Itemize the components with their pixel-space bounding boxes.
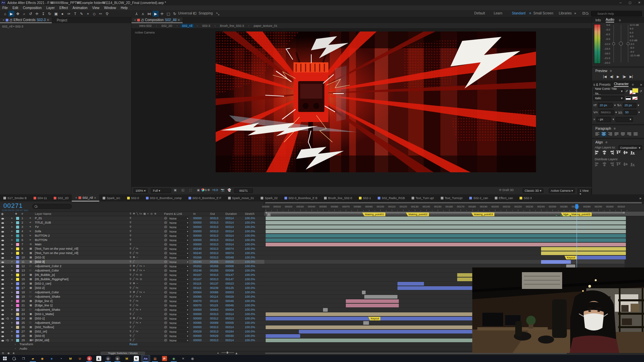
layer-color-chip[interactable] xyxy=(16,243,19,246)
tab-effects-presets[interactable]: s & Presets xyxy=(593,83,610,86)
zoom-out-mountain-icon[interactable]: ▴ xyxy=(217,351,219,354)
tab-audio[interactable]: Audio xyxy=(606,18,614,22)
timeline-tab-spark-02[interactable]: Spark_02 xyxy=(257,194,281,201)
frame-blend-icon[interactable]: ⧉ xyxy=(2,352,4,355)
twirl-icon[interactable]: ▸ xyxy=(11,304,13,307)
layer-name[interactable]: Adjustment_Distort xyxy=(35,321,60,324)
swap-fill-stroke-icon[interactable]: ↺ xyxy=(640,89,642,93)
layer-color-chip[interactable] xyxy=(16,269,19,272)
layer-bar-3[interactable] xyxy=(266,225,626,229)
layer-switches[interactable]: ⚲ ✻ ╱ fx xyxy=(129,317,142,320)
layer-bar-8[interactable] xyxy=(541,247,626,251)
magnification-select[interactable]: 100% ▾ xyxy=(133,188,148,193)
menu-layer[interactable]: Layer xyxy=(44,6,57,10)
out-value[interactable]: 00313 xyxy=(210,339,223,342)
timeline-tab-s02-1[interactable]: S02-1 xyxy=(356,194,374,201)
layer-color-chip[interactable] xyxy=(16,239,19,242)
str-value[interactable]: 100.0% xyxy=(245,260,258,263)
twirl-icon[interactable]: ▸ xyxy=(11,295,13,298)
close-icon[interactable]: × xyxy=(134,18,136,22)
layer-row-29[interactable]: ◁)▾29▦#[BGM_old]⚲ ╱@None▾000000031300314… xyxy=(0,338,264,343)
layer-color-chip[interactable] xyxy=(16,217,19,220)
layer-color-chip[interactable] xyxy=(16,339,19,342)
layer-switches[interactable]: ⚲ ✻ ╱ fx ◐ xyxy=(129,269,145,272)
eye-icon[interactable] xyxy=(1,305,4,307)
layer-switches[interactable]: ⚲ ╱ fx ◐ xyxy=(129,321,142,324)
out-value[interactable]: 00313 xyxy=(210,251,223,255)
eye-icon[interactable] xyxy=(1,283,4,285)
twirl-icon[interactable]: ▸ xyxy=(11,217,13,220)
layer-name[interactable]: [Edge_line 2] xyxy=(35,299,53,303)
timeline-tab-spark-src[interactable]: Spark_src xyxy=(99,194,124,201)
play-icon[interactable]: ▶ xyxy=(617,75,620,78)
dur-value[interactable]: 00026 xyxy=(225,260,239,263)
minimize-button[interactable]: ─ xyxy=(616,1,625,4)
axis-view-icon[interactable]: ⋈ xyxy=(146,11,152,17)
parent-select[interactable]: None▾ xyxy=(168,238,189,242)
pickwhip-icon[interactable]: @ xyxy=(164,339,167,342)
parent-select[interactable]: None▾ xyxy=(168,330,189,334)
in-value[interactable]: 00167 xyxy=(193,273,207,277)
out-value[interactable]: 00313 xyxy=(210,230,223,233)
layer-bar-2[interactable] xyxy=(266,221,626,225)
layer-switches[interactable]: ⚲ ╱ fx ◐ xyxy=(129,295,142,298)
eye-icon[interactable] xyxy=(1,275,4,276)
layer-name[interactable]: P_01 xyxy=(35,217,42,220)
layer-track-1[interactable] xyxy=(264,216,644,221)
in-value[interactable]: 00115 xyxy=(193,286,207,290)
font-size-select[interactable]: 20 px xyxy=(598,103,613,108)
hand-tool-icon[interactable]: ✥ xyxy=(15,11,21,17)
in-value[interactable]: 00000 xyxy=(193,238,207,242)
twirl-icon[interactable]: ▸ xyxy=(11,286,13,289)
str-value[interactable]: 100.0% xyxy=(245,251,258,255)
menu-composition[interactable]: Composition xyxy=(20,6,44,10)
eye-icon[interactable] xyxy=(1,266,4,267)
twirl-icon[interactable]: ▸ xyxy=(11,330,13,333)
layer-switches[interactable]: ⚲ xyxy=(129,234,132,237)
layer-color-chip[interactable] xyxy=(16,313,19,316)
dur-value[interactable]: 00003 xyxy=(225,291,239,294)
exposure-value[interactable]: +0.0 xyxy=(212,188,218,192)
layer-name[interactable]: [S02-2_can] xyxy=(35,282,51,285)
stroke-width-select[interactable]: - px xyxy=(596,117,611,122)
dur-value[interactable]: 00314 xyxy=(225,238,239,242)
eye-icon[interactable] xyxy=(1,248,4,250)
layer-bar-6[interactable] xyxy=(266,238,626,242)
viewer-timecode[interactable]: 00271 xyxy=(234,188,253,193)
axis-world-icon[interactable]: ⋏ xyxy=(140,11,146,17)
str-value[interactable]: 100.0% xyxy=(245,225,258,229)
layer-switches[interactable]: ⚲ xyxy=(129,221,132,224)
align-bottom[interactable] xyxy=(630,150,636,155)
expand-icon[interactable]: ⤡ xyxy=(215,11,221,17)
layer-color-chip[interactable] xyxy=(16,247,19,250)
menu-edit[interactable]: Edit xyxy=(10,6,20,10)
dur-value[interactable]: 00147 xyxy=(225,273,239,277)
dur-value[interactable]: 00284 xyxy=(225,330,239,333)
close-icon[interactable]: × xyxy=(75,196,77,199)
layer-switches[interactable]: ⚲ xyxy=(129,243,132,246)
layer-name[interactable]: Adjustment_Shake xyxy=(35,295,60,298)
audio-icon[interactable]: ◁) xyxy=(6,339,9,342)
str-value[interactable]: 100.0% xyxy=(245,221,258,224)
timeline-nav-strip[interactable] xyxy=(264,201,644,204)
str-value[interactable]: 100.0% xyxy=(245,317,258,320)
layer-row-15[interactable]: ▸15▦[05_Bubble_RiggingPart]⚲ ╱ fx ◎@None… xyxy=(0,277,264,282)
layer-row-12[interactable]: ▸12□Adjustment_Color 2⚲ ✻ ╱ fx ◐@None▾00… xyxy=(0,264,264,268)
str-value[interactable]: 100.0% xyxy=(245,295,258,298)
dur-value[interactable]: 00314 xyxy=(225,225,239,229)
in-value[interactable]: 00050 xyxy=(193,308,207,311)
dur-value[interactable]: 00046 xyxy=(225,304,239,307)
layer-switches[interactable]: ⚲ ╱ fx xyxy=(129,299,139,302)
home-icon[interactable]: ⌂ xyxy=(2,11,8,17)
paragraph-align-justify-all[interactable] xyxy=(633,132,638,136)
twirl-icon[interactable]: ▸ xyxy=(11,317,13,320)
tracking-select[interactable]: 50 xyxy=(624,110,637,115)
layer-color-chip[interactable] xyxy=(16,330,19,333)
pickwhip-icon[interactable]: @ xyxy=(164,278,167,281)
layer-track-2[interactable] xyxy=(264,221,644,225)
layer-switches[interactable]: ⚲ ╱ fx xyxy=(129,251,139,254)
layer-switches[interactable]: ⚲ ╱ fx ◎ xyxy=(129,278,143,281)
layer-name[interactable]: [S02-1] xyxy=(35,317,45,320)
layer-switches[interactable]: ⚲ xyxy=(129,217,132,220)
dur-value[interactable]: 00029 xyxy=(225,295,239,298)
